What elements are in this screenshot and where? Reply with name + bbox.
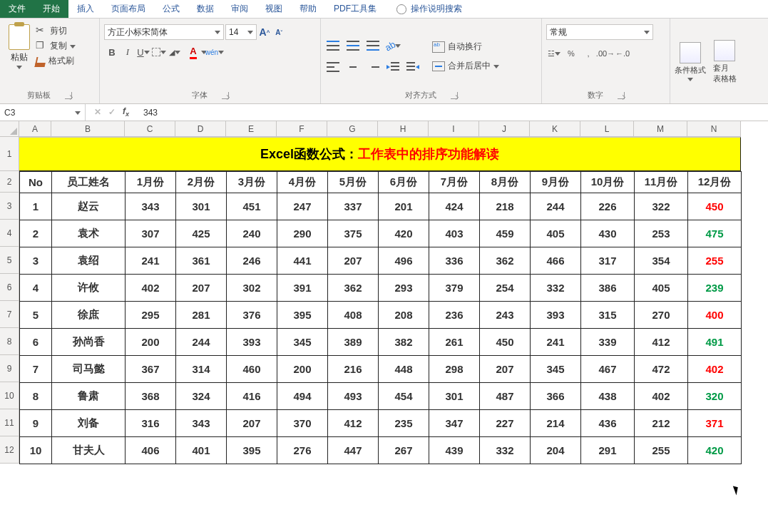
format-painter-button[interactable]: 格式刷 [34,54,77,68]
wrap-text-button[interactable]: 自动换行 [431,40,501,53]
table-cell[interactable]: 315 [581,302,635,329]
table-cell[interactable]: 6 [20,329,52,356]
increase-indent-button[interactable] [405,59,421,75]
table-cell[interactable]: 218 [480,193,531,220]
column-header[interactable]: B [51,121,125,137]
row-header[interactable]: 4 [0,220,19,247]
table-cell[interactable]: 487 [480,383,531,410]
table-cell[interactable]: 207 [328,247,379,275]
table-cell[interactable]: 2 [20,220,52,247]
table-header[interactable]: 4月份 [277,172,328,193]
font-size-select[interactable]: 14 [225,24,257,40]
table-row[interactable]: 1赵云343301451247337201424218244226322450 [20,193,742,220]
name-box[interactable]: C3 [0,104,86,121]
table-cell[interactable]: 许攸 [52,275,126,302]
table-cell[interactable]: 235 [379,410,429,437]
table-cell[interactable]: 472 [635,356,688,383]
table-cell[interactable]: 405 [531,220,581,247]
tell-me-search[interactable]: 操作说明搜索 [391,0,468,18]
table-header[interactable]: 10月份 [581,172,635,193]
table-cell[interactable]: 200 [126,329,176,356]
table-header[interactable]: 12月份 [688,172,742,193]
dialog-launcher-icon[interactable] [222,92,229,99]
table-cell[interactable]: 290 [277,220,328,247]
tab-view[interactable]: 视图 [257,0,291,18]
table-cell[interactable]: 345 [277,329,328,356]
number-format-select[interactable]: 常规 [546,24,653,40]
column-header[interactable]: J [479,121,530,137]
table-header[interactable]: 9月份 [531,172,581,193]
row-header[interactable]: 2 [0,171,19,193]
table-cell[interactable]: 347 [429,410,480,437]
table-header[interactable]: 2月份 [176,172,227,193]
table-cell[interactable]: 467 [581,356,635,383]
formula-input[interactable]: 343 [138,108,768,118]
table-cell[interactable]: 301 [429,383,480,410]
table-cell[interactable]: 391 [277,275,328,302]
tab-formulas[interactable]: 公式 [154,0,188,18]
table-row[interactable]: 6孙尚香200244393345389382261450241339412491 [20,329,742,356]
table-cell[interactable]: 395 [227,437,277,464]
table-cell[interactable]: 316 [126,410,176,437]
table-cell[interactable]: 450 [688,193,742,220]
border-button[interactable] [151,44,167,60]
tab-insert[interactable]: 插入 [68,0,103,18]
table-cell[interactable]: 382 [379,329,429,356]
table-row[interactable]: 8鲁肃368324416494493454301487366438402320 [20,383,742,410]
column-header[interactable]: H [378,121,429,137]
table-cell[interactable]: 466 [531,247,581,275]
table-cell[interactable]: 402 [126,275,176,302]
table-cell[interactable]: 孙尚香 [52,329,126,356]
table-cell[interactable]: 412 [328,410,379,437]
table-cell[interactable]: 425 [176,220,227,247]
table-cell[interactable]: 207 [176,275,227,302]
table-cell[interactable]: 496 [379,247,429,275]
font-name-select[interactable]: 方正小标宋简体 [104,24,224,40]
align-right-button[interactable] [365,59,381,75]
table-row[interactable]: 9刘备316343207370412235347227214436212371 [20,410,742,437]
data-table[interactable]: No员工姓名1月份2月份3月份4月份5月份6月份7月份8月份9月份10月份11月… [19,171,742,464]
table-cell[interactable]: 362 [480,247,531,275]
table-cell[interactable]: 371 [688,410,742,437]
table-row[interactable]: 7司马懿367314460200216448298207345467472402 [20,356,742,383]
table-cell[interactable]: 291 [581,437,635,464]
table-cell[interactable]: 324 [176,383,227,410]
table-cell[interactable]: 448 [379,356,429,383]
table-header[interactable]: 11月份 [635,172,688,193]
table-cell[interactable]: 甘夫人 [52,437,126,464]
table-cell[interactable]: 401 [176,437,227,464]
column-header[interactable]: M [634,121,687,137]
table-cell[interactable]: 405 [635,275,688,302]
table-cell[interactable]: 430 [581,220,635,247]
table-cell[interactable]: 386 [581,275,635,302]
table-cell[interactable]: 441 [277,247,328,275]
table-cell[interactable]: 361 [176,247,227,275]
copy-button[interactable]: 复制 [34,39,77,53]
align-top-button[interactable] [325,38,341,53]
table-cell[interactable]: 301 [176,193,227,220]
tab-data[interactable]: 数据 [188,0,222,18]
table-cell[interactable]: 鲁肃 [52,383,126,410]
table-cell[interactable]: 459 [480,220,531,247]
table-cell[interactable]: 10 [20,437,52,464]
decrease-font-button[interactable]: Aˇ [272,24,285,40]
table-cell[interactable]: 1 [20,193,52,220]
column-header[interactable]: I [429,121,479,137]
table-cell[interactable]: 362 [328,275,379,302]
table-cell[interactable]: 345 [531,356,581,383]
table-cell[interactable]: 201 [379,193,429,220]
row-header[interactable]: 7 [0,301,19,328]
table-cell[interactable]: 253 [635,220,688,247]
table-cell[interactable]: 226 [581,193,635,220]
table-cell[interactable]: 454 [379,383,429,410]
orientation-button[interactable]: ab [385,38,401,53]
table-cell[interactable]: 244 [176,329,227,356]
table-cell[interactable]: 9 [20,410,52,437]
table-header[interactable]: 1月份 [126,172,176,193]
bold-button[interactable]: B [104,44,120,60]
row-header[interactable]: 1 [0,137,19,171]
format-as-table-button[interactable]: 套月 表格格 [709,40,740,84]
table-cell[interactable]: 254 [480,275,531,302]
table-cell[interactable]: 354 [635,247,688,275]
table-cell[interactable]: 424 [429,193,480,220]
